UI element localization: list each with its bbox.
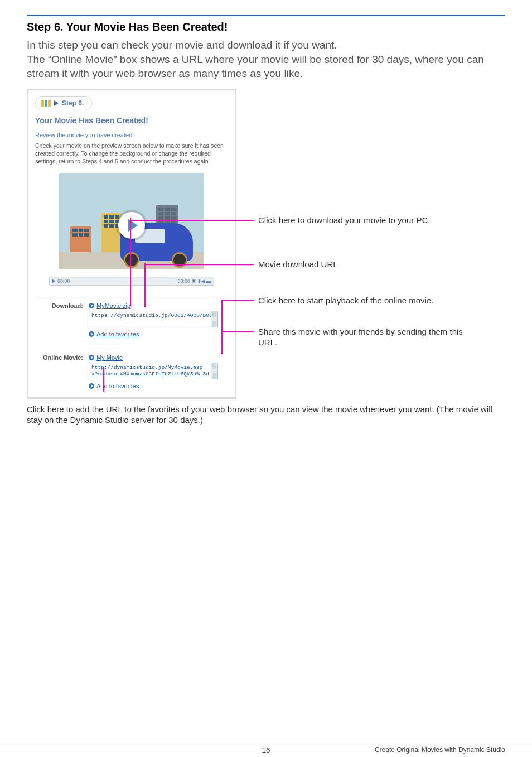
video-preview[interactable] — [59, 173, 204, 269]
intro-text: In this step you can check your movie an… — [27, 38, 505, 81]
video-bar[interactable]: 00:00 00:00✖▮◀▬ — [49, 277, 214, 286]
arrow-icon — [89, 303, 94, 308]
callout-share-url: Share this movie with your friends by se… — [258, 326, 481, 348]
pill-icon — [41, 100, 51, 107]
page-footer: 16 Create Original Movies with Dynamic S… — [0, 742, 532, 746]
mini-play-icon[interactable] — [52, 279, 55, 283]
leader-line-2 — [144, 263, 146, 307]
arrow-icon — [89, 331, 94, 337]
callout-download-url: Movie download URL — [258, 259, 338, 270]
online-add-fav[interactable]: Add to favorites — [89, 383, 139, 389]
leader-line-4 — [221, 331, 223, 354]
panel-heading: Your Movie Has Been Created! — [35, 116, 228, 125]
doc-title: Create Original Movies with Dynamic Stud… — [375, 746, 505, 754]
online-movie-row: Online Movie: My Movie http://dynamicstu… — [35, 348, 228, 389]
leader-line-5 — [103, 367, 104, 392]
post-note: Click here to add the URL to the favorit… — [27, 404, 505, 426]
download-url-box[interactable]: https://dynamicstudio.jp/0001/A000/B000/… — [89, 311, 218, 327]
sound-icon[interactable]: ▮◀▬ — [198, 278, 211, 284]
page-number: 16 — [262, 746, 270, 754]
step6-panel: Step 6. Your Movie Has Been Created! Rev… — [27, 89, 236, 399]
online-url-box[interactable]: http://dynamicstudio.jp/MyMovie.asp x?ui… — [89, 363, 218, 379]
callout-download-pc: Click here to download your movie to you… — [258, 215, 430, 226]
time-left: 00:00 — [57, 278, 70, 284]
download-label: Download: — [35, 302, 83, 309]
download-add-fav[interactable]: Add to favorites — [89, 331, 139, 337]
online-label: Online Movie: — [35, 354, 83, 361]
top-rule — [27, 15, 505, 16]
download-row: Download: MyMovie.zip https://dynamicstu… — [35, 296, 228, 337]
callout-online-play: Click here to start playback of the onli… — [258, 295, 433, 306]
time-right: 00:00 — [177, 278, 190, 284]
play-triangle-icon — [54, 100, 59, 106]
pill-label: Step 6. — [62, 99, 84, 107]
step-pill: Step 6. — [35, 96, 92, 110]
step-heading: Step 6. Your Movie Has Been Created! — [27, 21, 505, 33]
panel-explain: Check your movie on the preview screen b… — [35, 142, 228, 166]
online-movie-link[interactable]: My Movie — [89, 354, 123, 361]
arrow-icon — [89, 383, 94, 389]
leader-line-1 — [130, 218, 131, 306]
close-icon[interactable]: ✖ — [192, 278, 196, 284]
arrow-icon — [89, 355, 94, 360]
panel-review: Review the movie you have created. — [35, 132, 228, 138]
download-link[interactable]: MyMovie.zip — [89, 302, 130, 309]
